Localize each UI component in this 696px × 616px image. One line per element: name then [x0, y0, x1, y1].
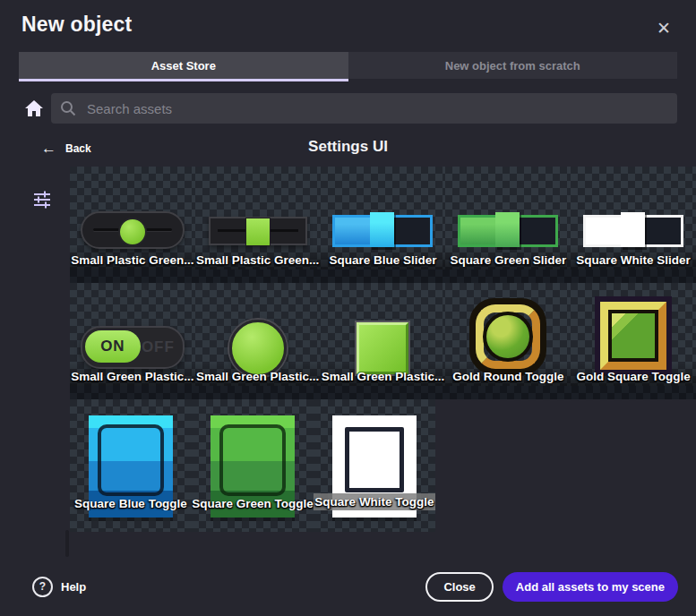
- asset-tile[interactable]: Square White Slider: [571, 167, 696, 270]
- asset-tile[interactable]: Small Plastic Green...: [195, 167, 321, 270]
- asset-tile[interactable]: Gold Square Toggle: [571, 283, 696, 386]
- asset-tile[interactable]: Square Blue Toggle: [70, 399, 192, 532]
- asset-row: Square Blue Toggle Square Green Toggle S…: [70, 399, 696, 532]
- dialog-close-button[interactable]: ✕: [653, 14, 675, 42]
- asset-row: Small Plastic Green... Small Plastic Gre…: [70, 167, 696, 270]
- row-gap: [70, 270, 696, 283]
- toggle-on-label: ON: [85, 330, 141, 363]
- on-off-toggle-art: ON OFF: [81, 326, 185, 369]
- search-box: [51, 93, 677, 124]
- add-all-assets-button[interactable]: Add all assets to my scene: [503, 572, 678, 602]
- green-circle-button-art: [229, 320, 287, 377]
- asset-label: Gold Round Toggle: [445, 370, 571, 383]
- asset-label: Square White Slider: [571, 253, 696, 267]
- asset-label: Gold Square Toggle: [571, 370, 696, 383]
- gold-square-toggle-art: [595, 296, 672, 375]
- new-object-dialog: New object ✕ Asset Store New object from…: [0, 0, 696, 532]
- asset-tile[interactable]: Small Green Plastic...: [195, 283, 321, 386]
- white-slider-art: [583, 215, 683, 247]
- asset-label: Small Green Plastic...: [70, 370, 195, 383]
- blue-slider-art: [332, 215, 433, 247]
- back-arrow-icon: ←: [41, 141, 56, 156]
- flat-slider-art: [209, 217, 307, 245]
- asset-tile[interactable]: Square Green Toggle: [192, 399, 314, 532]
- search-icon: [60, 100, 76, 116]
- tab-asset-store[interactable]: Asset Store: [19, 52, 348, 79]
- asset-label: Small Plastic Green...: [70, 253, 195, 267]
- back-button[interactable]: ← Back: [36, 140, 97, 157]
- tab-label: Asset Store: [151, 59, 216, 73]
- search-input[interactable]: [85, 100, 668, 117]
- help-button[interactable]: ? Help: [29, 577, 90, 597]
- row-gap: [70, 386, 696, 399]
- asset-tile[interactable]: Square Green Slider: [445, 167, 571, 270]
- filter-icon: [31, 189, 53, 210]
- scroll-divider: [65, 530, 69, 557]
- tab-bar: Asset Store New object from scratch: [19, 52, 677, 79]
- filter-button[interactable]: [30, 187, 55, 215]
- asset-tile[interactable]: Gold Round Toggle: [445, 283, 571, 386]
- tab-label: New object from scratch: [445, 59, 580, 73]
- green-square-button-art: [357, 322, 408, 374]
- asset-grid: Small Plastic Green... Small Plastic Gre…: [70, 167, 696, 532]
- page-title: New object: [21, 13, 132, 37]
- asset-label: Small Green Plastic...: [321, 370, 446, 383]
- green-slider-art: [458, 215, 558, 247]
- asset-label: Small Green Plastic...: [195, 370, 321, 383]
- asset-store-content: Settings UI ← Back Small Plastic Green..…: [0, 138, 696, 532]
- help-icon: ?: [32, 577, 53, 597]
- asset-row: ON OFF Small Green Plastic... Small Gree…: [70, 283, 696, 386]
- asset-label: Square Green Slider: [445, 253, 571, 267]
- tab-new-object-from-scratch[interactable]: New object from scratch: [348, 52, 678, 79]
- close-button[interactable]: Close: [425, 572, 493, 602]
- help-label: Help: [61, 580, 86, 594]
- round-slider-art: [81, 211, 185, 249]
- asset-label: Square Green Toggle: [192, 497, 314, 510]
- asset-tile[interactable]: Small Green Plastic...: [321, 283, 446, 386]
- asset-label: Square Blue Slider: [321, 253, 446, 267]
- section-title: Settings UI: [0, 138, 696, 156]
- home-button[interactable]: [19, 100, 51, 116]
- dialog-header: New object ✕: [0, 0, 696, 52]
- close-icon: ✕: [657, 19, 671, 38]
- search-row: [19, 93, 677, 124]
- back-label: Back: [65, 142, 91, 155]
- section-nav: Settings UI ← Back: [0, 138, 696, 165]
- asset-tile[interactable]: ON OFF Small Green Plastic...: [70, 283, 195, 386]
- gold-round-toggle-art: [469, 298, 546, 375]
- asset-label: Small Plastic Green...: [195, 253, 321, 267]
- dialog-footer: ? Help Close Add all assets to my scene: [0, 557, 696, 616]
- asset-tile[interactable]: Square White Toggle: [314, 399, 435, 532]
- home-icon: [25, 100, 43, 116]
- asset-label: Square Blue Toggle: [70, 497, 192, 510]
- toggle-off-label: OFF: [142, 328, 175, 367]
- asset-tile[interactable]: Small Plastic Green...: [70, 167, 195, 270]
- asset-tile[interactable]: Square Blue Slider: [321, 167, 446, 270]
- asset-label: Square White Toggle: [314, 493, 435, 510]
